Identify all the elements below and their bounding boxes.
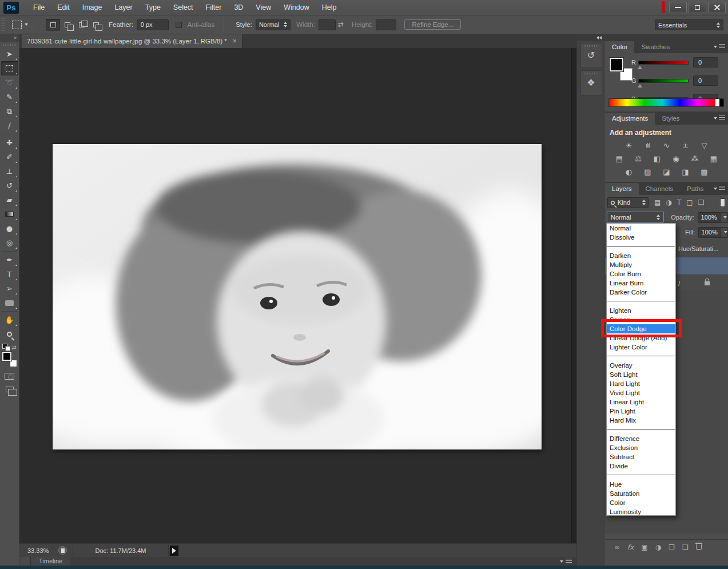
photo-filter-icon[interactable]: ◉ [669, 153, 683, 164]
menu-image[interactable]: Image [76, 0, 109, 15]
blend-option-hard-mix[interactable]: Hard Mix [607, 416, 675, 425]
foreground-color-swatch[interactable] [610, 58, 623, 71]
foreground-background-swatches[interactable] [2, 352, 17, 367]
menu-select[interactable]: Select [167, 0, 200, 15]
dodge-tool[interactable]: ◎ [1, 236, 18, 250]
blend-option-overlay[interactable]: Overlay [607, 361, 675, 370]
workspace-dropdown[interactable]: Essentials [655, 19, 723, 30]
blend-option-linear-light[interactable]: Linear Light [607, 397, 675, 407]
eraser-tool[interactable]: ▰ [1, 193, 18, 207]
rectangular-marquee-tool[interactable] [1, 61, 18, 75]
document-tab[interactable]: 7039381-cute-little-girl-hd-wallpaper.jp… [22, 34, 242, 48]
blend-option-normal[interactable]: Normal [607, 224, 675, 233]
blend-option-hue[interactable]: Hue [607, 480, 675, 489]
blend-option-lighter-color[interactable]: Lighter Color [607, 343, 675, 352]
blend-option-saturation[interactable]: Saturation [607, 489, 675, 498]
status-options-arrow-icon[interactable] [170, 546, 178, 556]
blend-option-color-burn[interactable]: Color Burn [607, 269, 675, 278]
green-value-input[interactable]: 0 [693, 75, 718, 86]
menu-edit[interactable]: Edit [51, 0, 76, 15]
swap-colors-icon[interactable]: ⇄ [11, 344, 16, 351]
slider-thumb[interactable] [638, 84, 642, 87]
history-brush-tool[interactable]: ↺ [1, 178, 18, 193]
blend-option-dissolve[interactable]: Dissolve [607, 233, 675, 242]
zoom-tool[interactable] [1, 327, 18, 341]
filter-shape-layers-icon[interactable]: □ [686, 198, 693, 206]
blend-option-darker-color[interactable]: Darker Color [607, 288, 675, 297]
color-balance-icon[interactable]: ⚖ [631, 153, 645, 164]
type-tool[interactable]: T [1, 267, 18, 281]
layers-panel-menu-icon[interactable] [711, 186, 725, 191]
blend-option-linear-burn[interactable]: Linear Burn [607, 278, 675, 288]
menu-3d[interactable]: 3D [228, 0, 249, 15]
gradient-map-icon[interactable]: ◨ [679, 166, 693, 177]
threshold-icon[interactable]: ◪ [660, 166, 674, 177]
filter-type-layers-icon[interactable]: T [677, 198, 681, 206]
blend-option-difference[interactable]: Difference [607, 434, 675, 443]
feather-input[interactable]: 0 px [137, 19, 169, 30]
gradient-tool[interactable] [1, 207, 18, 221]
color-lookup-icon[interactable]: ▦ [707, 153, 721, 164]
quick-mask-button[interactable] [5, 373, 14, 380]
default-colors-icon[interactable] [2, 344, 10, 351]
collapse-dock-button[interactable] [577, 34, 605, 41]
new-layer-icon[interactable]: ❏ [682, 543, 689, 551]
crop-tool[interactable]: ⧉ [1, 104, 18, 118]
kind-filter-dropdown[interactable]: Kind [607, 197, 649, 208]
add-layer-mask-icon[interactable]: ▣ [641, 543, 647, 551]
add-to-selection-button[interactable] [60, 19, 74, 31]
marquee-tool-preset-icon[interactable] [12, 21, 22, 29]
brush-tool[interactable]: ✐ [1, 150, 18, 164]
screen-mode-button[interactable] [6, 387, 14, 392]
refine-edge-button[interactable]: Refine Edge... [404, 19, 461, 30]
menu-filter[interactable]: Filter [200, 0, 228, 15]
vibrance-icon[interactable]: ▽ [698, 140, 711, 151]
menu-type[interactable]: Type [139, 0, 167, 15]
minimize-button[interactable] [669, 2, 687, 13]
blend-option-multiply[interactable]: Multiply [607, 260, 675, 269]
exposure-icon[interactable]: ± [679, 140, 693, 151]
black-white-icon[interactable]: ◧ [650, 153, 664, 164]
layer-effects-icon[interactable]: fx [627, 543, 634, 551]
blur-tool[interactable]: ● [1, 221, 18, 236]
vertical-scrollbar[interactable] [571, 48, 576, 543]
spot-healing-brush-tool[interactable]: ✚ [1, 136, 18, 150]
move-tool[interactable]: ➤ [1, 47, 18, 61]
blend-option-lighten[interactable]: Lighten [607, 306, 675, 315]
new-selection-button[interactable] [46, 19, 60, 31]
blend-mode-dropdown[interactable]: Normal [607, 212, 664, 223]
timeline-panel-menu-icon[interactable] [557, 557, 572, 566]
tab-paths[interactable]: Paths [680, 183, 710, 195]
subtract-from-selection-button[interactable] [74, 19, 89, 31]
opacity-value[interactable]: 100% [698, 212, 721, 223]
close-button[interactable] [708, 2, 726, 13]
channel-mixer-icon[interactable]: ⁂ [688, 153, 702, 164]
lasso-tool[interactable]: ➰ [1, 75, 18, 90]
blend-option-darken[interactable]: Darken [607, 251, 675, 260]
menu-layer[interactable]: Layer [108, 0, 138, 15]
invert-icon[interactable]: ◐ [622, 166, 636, 177]
blend-option-soft-light[interactable]: Soft Light [607, 370, 675, 379]
height-input[interactable] [376, 19, 396, 30]
blend-option-luminosity[interactable]: Luminosity [607, 507, 675, 516]
menu-file[interactable]: File [27, 0, 51, 15]
tab-layers[interactable]: Layers [605, 183, 639, 195]
collapse-tools-button[interactable]: » [0, 34, 19, 42]
color-spectrum-ramp[interactable] [608, 98, 724, 107]
opacity-arrow-button[interactable] [721, 212, 728, 223]
preset-dropdown-arrow-icon[interactable] [25, 23, 28, 26]
blend-option-subtract[interactable]: Subtract [607, 452, 675, 461]
tab-channels[interactable]: Channels [639, 183, 681, 195]
levels-icon[interactable]: ılıl [641, 140, 655, 151]
posterize-icon[interactable]: ▨ [641, 166, 655, 177]
rainbow-ramp[interactable] [609, 99, 715, 106]
blend-option-exclusion[interactable]: Exclusion [607, 443, 675, 452]
timeline-tab[interactable]: Timeline [31, 557, 70, 566]
link-layers-icon[interactable]: ∞ [614, 543, 620, 551]
menu-window[interactable]: Window [277, 0, 315, 15]
hand-tool[interactable]: ✋ [1, 313, 18, 327]
zoom-level-field[interactable]: 33.33% [27, 547, 55, 554]
new-group-icon[interactable]: ❒ [669, 543, 675, 551]
delete-layer-icon[interactable] [696, 544, 702, 550]
tab-styles[interactable]: Styles [655, 113, 686, 125]
